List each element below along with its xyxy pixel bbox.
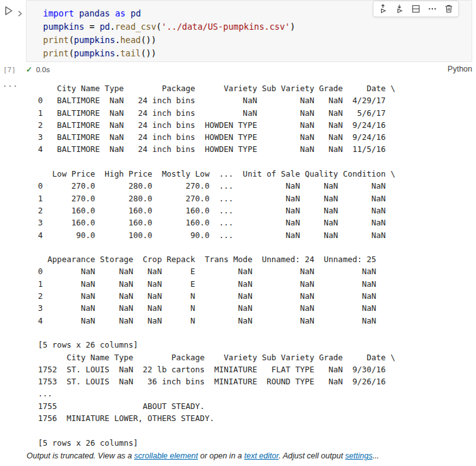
code-token: pd [99, 22, 110, 32]
code-token: ( [156, 22, 161, 32]
run-below-icon [394, 4, 404, 14]
code-token: . [115, 35, 120, 45]
truncation-text: Output is truncated. View as a [27, 451, 134, 460]
code-line[interactable]: print(pumpkins.head()) [43, 34, 472, 47]
truncation-text: or open in a [198, 451, 244, 460]
cell-language-indicator[interactable]: Python [448, 65, 472, 73]
code-token: pumpkins [74, 35, 115, 45]
code-token: . [115, 48, 120, 58]
code-token: as [115, 8, 125, 18]
code-token: head [120, 35, 141, 45]
code-token: . [110, 22, 115, 32]
code-token: import [43, 8, 74, 18]
truncation-text: ... [372, 451, 379, 460]
truncation-text: . Adjust cell output [279, 451, 345, 460]
code-token: = [84, 22, 99, 32]
code-token: ( [69, 35, 74, 45]
code-token: ( [69, 48, 74, 58]
cell-output-text: City Name Type Package Variety Sub Varie… [0, 77, 476, 449]
delete-icon [444, 4, 454, 14]
code-token: ()) [141, 35, 156, 45]
delete-cell-button[interactable] [441, 3, 456, 15]
code-token: print [43, 35, 69, 45]
chevron-right-icon [16, 10, 23, 17]
code-token: ()) [141, 48, 156, 58]
truncation-link[interactable]: settings [345, 451, 372, 460]
code-token: '../data/US-pumpkins.csv' [161, 22, 290, 32]
truncation-link[interactable]: scrollable element [134, 451, 198, 460]
cell-collapse-chevron[interactable] [16, 8, 24, 16]
split-cell-button[interactable] [408, 3, 423, 15]
truncation-notice: Output is truncated. View as a scrollabl… [0, 449, 476, 460]
cell-output: ... City Name Type Package Variety Sub V… [0, 77, 476, 460]
execution-count: [7] [3, 66, 16, 74]
execute-above-button[interactable] [375, 3, 391, 15]
split-cell-icon [411, 4, 421, 14]
run-cell-button[interactable] [3, 5, 15, 18]
execution-summary: [7] ✓ 0.0s Python [3, 64, 472, 75]
code-token [74, 8, 79, 18]
code-token: read_csv [115, 22, 156, 32]
code-token [110, 8, 115, 18]
code-token: ) [290, 22, 295, 32]
execution-duration: 0.0s [36, 66, 50, 73]
code-token: pandas [79, 8, 110, 18]
code-line[interactable]: pumpkins = pd.read_csv('../data/US-pumpk… [43, 20, 472, 34]
play-icon [3, 5, 14, 16]
code-token: print [43, 48, 69, 58]
code-token: pumpkins [43, 22, 84, 32]
success-check-icon: ✓ [26, 65, 32, 74]
more-actions-button[interactable] [425, 3, 440, 15]
cell-toolbar [373, 1, 459, 17]
code-token: pumpkins [74, 48, 115, 58]
more-actions-icon [427, 4, 437, 14]
run-above-icon [378, 4, 388, 14]
execute-below-button[interactable] [392, 3, 407, 15]
truncation-link[interactable]: text editor [244, 451, 279, 460]
code-line[interactable]: print(pumpkins.tail()) [43, 47, 472, 60]
code-token: pd [130, 8, 141, 18]
notebook-cell: import pandas as pdpumpkins = pd.read_cs… [0, 0, 476, 77]
code-token: tail [120, 48, 141, 58]
output-more-actions-button[interactable]: ... [3, 80, 18, 89]
